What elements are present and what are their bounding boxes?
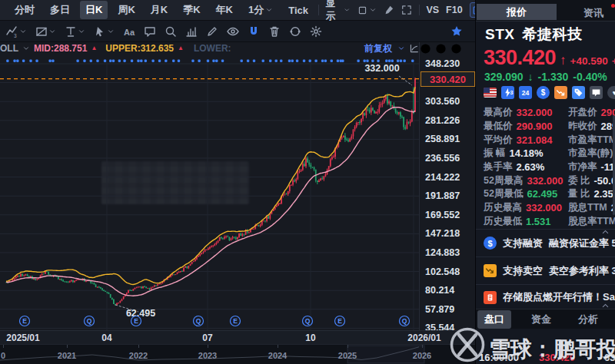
search-tool[interactable] <box>165 25 177 38</box>
trash-tool-icon <box>268 25 281 38</box>
pencil-tool[interactable] <box>206 25 218 38</box>
after-price: 329.090 <box>484 71 524 83</box>
period-tab-Tick[interactable]: Tick <box>283 2 314 18</box>
chevron-down-icon <box>107 28 115 35</box>
compare-tool[interactable] <box>289 25 301 38</box>
xy-chart-icon[interactable] <box>409 44 419 54</box>
collapse-icon[interactable] <box>420 43 431 55</box>
nav-year-label: 2025 <box>338 351 357 360</box>
after-change-pct: -0.40% <box>573 71 607 83</box>
panel-tab-分析[interactable]: 分析 <box>571 310 605 329</box>
panel-tab-盘口[interactable]: 盘口 <box>477 310 511 329</box>
svg-text:332.000: 332.000 <box>364 63 399 74</box>
chevron-up-icon[interactable] <box>601 226 610 234</box>
period-tab-周K[interactable]: 周K <box>112 1 140 19</box>
chevron-up-icon[interactable] <box>601 299 610 308</box>
margin-row[interactable]: $ 支持融资 融资保证金率 50% <box>476 229 615 256</box>
history-navigator[interactable]: 0202120222023202420252026 <box>0 344 475 364</box>
period-tab-日K[interactable]: 日K <box>80 1 108 19</box>
period-tab-季K[interactable]: 季K <box>178 1 205 19</box>
svg-text:3: 3 <box>14 32 17 38</box>
chart-zoom-controls <box>420 43 462 55</box>
arrow-down-icon: ↓ <box>528 71 534 83</box>
period-tab-1分[interactable]: 1分 <box>243 1 278 19</box>
panel-tab-资金[interactable]: 资金 <box>524 310 558 329</box>
chevron-down-icon <box>78 28 85 35</box>
price-change: +40.590 <box>570 55 608 67</box>
period-tabs: 分时多日日K周K月K季K年K1分Tick <box>9 1 318 19</box>
short-row[interactable]: 支持卖空 卖空参考利率 3% <box>476 256 615 284</box>
price-axis[interactable]: 330.420 348.230303.560281.226258.891236.… <box>419 42 476 330</box>
watchlist-button[interactable]: ♥ 自 <box>607 86 615 99</box>
candlestick-chart[interactable]: 332.00062.495EQEQEQEQ <box>0 42 419 330</box>
font-tool-icon: Aa <box>123 25 135 38</box>
chart-style-tool[interactable] <box>185 25 198 38</box>
nav-tick <box>422 345 423 348</box>
settings-tool[interactable] <box>310 25 322 38</box>
trash-tool[interactable] <box>268 25 281 38</box>
pre-after-hours-icon[interactable]: 3 <box>501 86 514 99</box>
tab-quote[interactable]: 报价 <box>477 4 557 20</box>
cursor-tool[interactable] <box>94 25 115 38</box>
comment-tool[interactable] <box>144 25 156 38</box>
svg-text:E: E <box>22 317 27 325</box>
svg-text:Aa: Aa <box>124 27 135 36</box>
period-toolbar: 分时多日日K周K月K季K年K1分Tick 显示 VS F10 <box>0 0 475 21</box>
svg-text:E: E <box>233 317 238 325</box>
period-tab-多日[interactable]: 多日 <box>45 1 75 19</box>
24h-trading-icon[interactable]: 24 <box>519 86 532 99</box>
fullscreen-icon[interactable] <box>401 4 412 16</box>
stat-row: 量 比2.35 <box>568 187 615 201</box>
polyline-tool[interactable]: 3 <box>6 25 27 38</box>
search-tool-icon <box>165 25 177 38</box>
tab-news[interactable]: 资讯 <box>583 6 603 20</box>
stock-terminal-window: 分时多日日K周K月K季K年K1分Tick 显示 VS F10 <box>0 0 615 364</box>
svg-text:62.495: 62.495 <box>126 308 155 319</box>
after-hours-row: 329.090 ↓ -1.330 -0.40% <box>484 71 607 83</box>
stat-row: 最低价290.900 <box>484 120 570 134</box>
magnet-tool[interactable] <box>248 25 260 38</box>
brush-icon[interactable] <box>384 4 394 16</box>
nav-year-label: 2026 <box>413 351 431 360</box>
comment-icon[interactable] <box>590 86 603 99</box>
price-axis-label: 281.226 <box>425 115 460 126</box>
price-axis-label: 147.218 <box>425 228 460 239</box>
period-tab-月K[interactable]: 月K <box>145 1 173 19</box>
f10-button[interactable]: F10 <box>446 5 463 15</box>
nav-year-label: 0 <box>1 351 5 360</box>
vs-button[interactable]: VS <box>426 5 439 15</box>
price-change-pct: +14.00% <box>612 55 615 67</box>
news-row[interactable]: 存储股点燃开年行情！SanDis <box>476 284 615 309</box>
period-tab-分时[interactable]: 分时 <box>9 1 40 19</box>
chevron-down-icon[interactable] <box>22 45 30 52</box>
date-axis-label: 2026/01 <box>407 333 440 343</box>
eye-tool[interactable] <box>227 25 239 38</box>
dollar-icon[interactable]: $ <box>537 86 550 99</box>
font-tool[interactable]: Aa <box>123 25 135 38</box>
pencil-tool-icon <box>206 25 218 38</box>
boll-label[interactable]: OLL <box>0 43 18 54</box>
date-axis[interactable]: 2025/010407102026/01 <box>0 330 475 345</box>
price-axis-label: 191.887 <box>425 190 460 201</box>
star-pin-icon[interactable] <box>450 25 463 38</box>
period-tab-年K[interactable]: 年K <box>211 1 238 19</box>
price-axis-label: 57.879 <box>425 304 454 315</box>
nav-tick <box>138 345 139 348</box>
boll-lower-value: LOWER: <box>194 43 231 54</box>
tag-icon[interactable] <box>572 86 585 99</box>
short-sell-icon[interactable] <box>554 86 567 99</box>
badge-row: 3 24 $ ♥ 自 <box>484 86 615 99</box>
notification-dot <box>611 4 615 8</box>
current-price-box: 330.420 <box>421 71 475 87</box>
zoom-out-icon[interactable] <box>435 43 447 55</box>
gann-tool[interactable] <box>35 25 56 38</box>
candle-type-select[interactable] <box>357 5 377 15</box>
chart-style-tool-icon <box>185 25 198 38</box>
text-tool[interactable] <box>65 25 85 38</box>
stat-row: 昨收价289.8 <box>568 120 615 134</box>
price-axis-label: 214.222 <box>425 172 460 183</box>
adjust-mode-button[interactable]: 前复权 <box>364 42 392 55</box>
display-menu[interactable]: 显示 <box>326 0 351 23</box>
zoom-in-icon[interactable] <box>450 43 462 55</box>
nav-tick <box>347 345 348 348</box>
